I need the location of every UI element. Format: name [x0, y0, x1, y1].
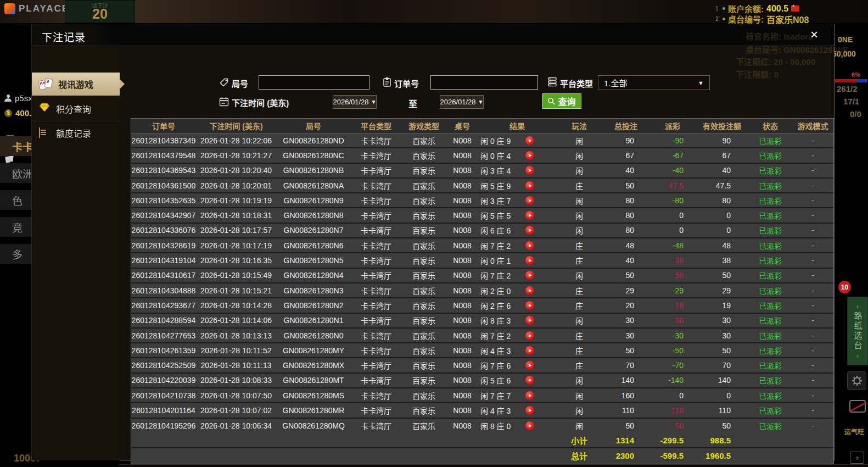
payout: 0	[649, 211, 696, 220]
payout: -140	[649, 376, 696, 385]
order-no-input[interactable]	[430, 75, 538, 90]
chevron-down-icon[interactable]: ‹	[856, 352, 859, 360]
replay-button[interactable]: ▶	[525, 196, 534, 205]
platform-type: 卡卡湾厅	[351, 165, 401, 176]
roadmap-table-select-strip[interactable]: ‹ 路纸选台 ‹	[847, 297, 868, 365]
sidebar-item-3[interactable]: 竞	[0, 217, 31, 237]
order-no: 260128104387349	[131, 136, 196, 145]
date-to-picker[interactable]: 2026/01/28 ▼	[440, 95, 484, 109]
to-label: 至	[408, 97, 417, 110]
replay-button[interactable]: ▶	[525, 406, 534, 415]
replay-button[interactable]: ▶	[525, 211, 534, 220]
platform-type: 卡卡湾厅	[351, 375, 401, 386]
result-text: 闲 0 庄 9	[480, 135, 525, 146]
settings-button[interactable]	[847, 371, 866, 390]
payout: -599.5	[649, 451, 696, 460]
game-type: 百家乐	[401, 195, 446, 206]
payout: 110	[649, 406, 696, 415]
platform-type: 卡卡湾厅	[351, 225, 401, 236]
balance-label: 账户余额:	[728, 3, 764, 14]
platform-type-select[interactable]: 1.全部 ▼	[598, 75, 710, 90]
order-no: 260128104336076	[131, 226, 196, 235]
tab-points-query[interactable]: 积分查询	[32, 97, 120, 120]
sidebar-item-2[interactable]: 色	[0, 190, 31, 210]
valid-bet: 29	[696, 286, 748, 295]
game-mode: -	[792, 256, 833, 265]
search-button[interactable]: 查询	[542, 93, 581, 109]
sidebar-item-1[interactable]: 欧洲	[0, 163, 31, 183]
total-bet: 2300	[602, 451, 649, 460]
replay-button[interactable]: ▶	[525, 346, 534, 355]
result: 闲 8 庄 3▶	[478, 315, 556, 326]
round-no: GN008261280N1	[276, 316, 351, 325]
replay-button[interactable]: ▶	[525, 136, 534, 145]
replay-button[interactable]: ▶	[525, 301, 534, 310]
stat-percent: 6%	[835, 71, 868, 78]
total-bet: 140	[602, 376, 649, 385]
replay-button[interactable]: ▶	[525, 286, 534, 295]
total-label: 总计	[556, 450, 602, 462]
marker-1: 1	[715, 5, 720, 12]
valid-bet: 70	[696, 361, 748, 370]
replay-button[interactable]: ▶	[525, 316, 534, 325]
result: 闲 4 庄 3▶	[478, 345, 556, 356]
round-no: GN008261280N9	[276, 196, 351, 205]
replay-button[interactable]: ▶	[525, 331, 534, 340]
replay-button[interactable]: ▶	[525, 421, 534, 430]
replay-button[interactable]: ▶	[525, 361, 534, 370]
date-from-picker[interactable]: 2026/01/28 ▼	[333, 95, 377, 109]
total-bet: 48	[602, 241, 649, 250]
column-header-play-type: 玩法	[556, 120, 602, 131]
platform-type: 卡卡湾厅	[351, 345, 401, 356]
round-no-input[interactable]	[259, 75, 369, 90]
bet-countdown-panel: 请下注 20	[65, 0, 135, 23]
user-balance-row: $ 400.	[4, 108, 31, 118]
result-text: 闲 7 庄 2	[480, 270, 525, 281]
game-type: 百家乐	[401, 180, 446, 191]
replay-button[interactable]: ▶	[525, 376, 534, 385]
total-bet: 160	[602, 391, 649, 400]
order-no: 260128104379548	[131, 151, 196, 160]
order-no: 260128104288594	[131, 316, 196, 325]
table-no: N008	[446, 316, 478, 325]
table-row: 2601281043360762026-01-28 10:17:57GN0082…	[131, 224, 833, 238]
payout: -299.5	[649, 436, 696, 445]
roadmap-strip-label: 路纸选台	[852, 312, 864, 351]
pagination-bar: 每页显示: 20 共计: 44 ◀◀ ◀ / 3 ▶ ▶▶	[120, 464, 868, 467]
play-type: 庄	[556, 285, 602, 296]
replay-button[interactable]: ▶	[525, 151, 534, 160]
round-no: GN008261280MR	[276, 406, 351, 415]
replay-button[interactable]: ▶	[525, 241, 534, 250]
game-category-menu: 卡卡欧洲色竞多	[0, 136, 31, 271]
tab-video-games[interactable]: K♥9 视讯游戏	[32, 73, 120, 96]
valid-bet: 90	[696, 136, 748, 145]
bet-time: 2026-01-28 10:07:50	[196, 391, 276, 400]
tab-quota-records[interactable]: 额度记录	[32, 121, 120, 144]
user-balance: 400.	[15, 108, 31, 118]
modal-sidebar: K♥9 视讯游戏 积分查询 额度记录	[32, 46, 120, 460]
replay-button[interactable]: ▶	[525, 256, 534, 265]
add-widget-button[interactable]: +	[850, 452, 864, 464]
replay-button[interactable]: ▶	[525, 391, 534, 400]
chevron-down-icon: ▼	[698, 80, 704, 86]
replay-button[interactable]: ▶	[525, 271, 534, 280]
game-mode: -	[792, 331, 833, 340]
replay-button[interactable]: ▶	[525, 181, 534, 190]
clipboard-icon	[382, 77, 392, 87]
platform-type: 卡卡湾厅	[351, 210, 401, 221]
result-text: 闲 7 庄 7	[480, 390, 525, 401]
sidebar-item-4[interactable]: 多	[0, 244, 31, 264]
result: 闲 0 庄 1▶	[478, 255, 556, 266]
result-text: 闲 2 庄 0	[480, 285, 525, 296]
sidebar-item-0[interactable]: 卡卡	[0, 136, 31, 156]
replay-button[interactable]: ▶	[525, 226, 534, 235]
play-type: 闲	[556, 375, 602, 386]
table-row: 2601281043526352026-01-28 10:19:19GN0082…	[131, 193, 833, 208]
chevron-up-icon[interactable]: ‹	[856, 303, 859, 310]
replay-button[interactable]: ▶	[525, 166, 534, 175]
total-bet: 30	[602, 331, 649, 340]
playace-logo: PLAYACE	[4, 3, 69, 14]
chat-mute-button[interactable]	[849, 400, 866, 413]
total-bet: 67	[602, 151, 649, 160]
play-type: 闲	[556, 270, 602, 281]
